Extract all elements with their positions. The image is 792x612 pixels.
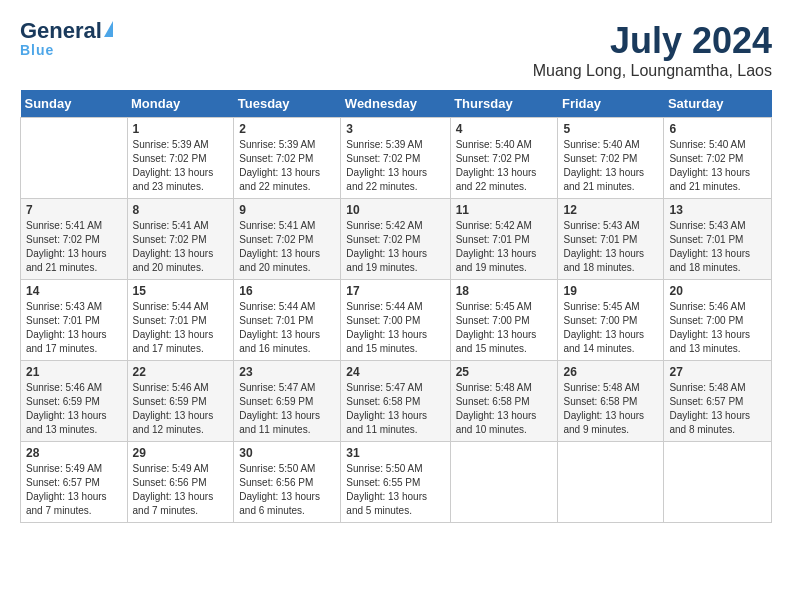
day-number: 17 bbox=[346, 284, 444, 298]
day-number: 6 bbox=[669, 122, 766, 136]
day-info: Sunrise: 5:49 AM Sunset: 6:56 PM Dayligh… bbox=[133, 462, 229, 518]
day-info: Sunrise: 5:44 AM Sunset: 7:01 PM Dayligh… bbox=[239, 300, 335, 356]
calendar-cell: 7Sunrise: 5:41 AM Sunset: 7:02 PM Daylig… bbox=[21, 199, 128, 280]
day-number: 27 bbox=[669, 365, 766, 379]
weekday-header-tuesday: Tuesday bbox=[234, 90, 341, 118]
calendar-cell bbox=[21, 118, 128, 199]
day-number: 29 bbox=[133, 446, 229, 460]
calendar-week-row: 7Sunrise: 5:41 AM Sunset: 7:02 PM Daylig… bbox=[21, 199, 772, 280]
calendar-cell: 23Sunrise: 5:47 AM Sunset: 6:59 PM Dayli… bbox=[234, 361, 341, 442]
calendar-cell: 18Sunrise: 5:45 AM Sunset: 7:00 PM Dayli… bbox=[450, 280, 558, 361]
calendar-week-row: 1Sunrise: 5:39 AM Sunset: 7:02 PM Daylig… bbox=[21, 118, 772, 199]
calendar-cell: 27Sunrise: 5:48 AM Sunset: 6:57 PM Dayli… bbox=[664, 361, 772, 442]
calendar-cell: 1Sunrise: 5:39 AM Sunset: 7:02 PM Daylig… bbox=[127, 118, 234, 199]
weekday-header-friday: Friday bbox=[558, 90, 664, 118]
day-number: 19 bbox=[563, 284, 658, 298]
day-number: 23 bbox=[239, 365, 335, 379]
day-info: Sunrise: 5:48 AM Sunset: 6:57 PM Dayligh… bbox=[669, 381, 766, 437]
day-info: Sunrise: 5:45 AM Sunset: 7:00 PM Dayligh… bbox=[456, 300, 553, 356]
day-info: Sunrise: 5:47 AM Sunset: 6:59 PM Dayligh… bbox=[239, 381, 335, 437]
day-number: 12 bbox=[563, 203, 658, 217]
calendar-cell: 21Sunrise: 5:46 AM Sunset: 6:59 PM Dayli… bbox=[21, 361, 128, 442]
page-header: General Blue July 2024 Muang Long, Loung… bbox=[20, 20, 772, 80]
day-info: Sunrise: 5:45 AM Sunset: 7:00 PM Dayligh… bbox=[563, 300, 658, 356]
calendar-cell bbox=[558, 442, 664, 523]
day-info: Sunrise: 5:41 AM Sunset: 7:02 PM Dayligh… bbox=[26, 219, 122, 275]
calendar-cell: 5Sunrise: 5:40 AM Sunset: 7:02 PM Daylig… bbox=[558, 118, 664, 199]
day-info: Sunrise: 5:46 AM Sunset: 6:59 PM Dayligh… bbox=[26, 381, 122, 437]
location-subtitle: Muang Long, Loungnamtha, Laos bbox=[533, 62, 772, 80]
day-number: 8 bbox=[133, 203, 229, 217]
calendar-cell: 31Sunrise: 5:50 AM Sunset: 6:55 PM Dayli… bbox=[341, 442, 450, 523]
day-number: 5 bbox=[563, 122, 658, 136]
day-number: 10 bbox=[346, 203, 444, 217]
day-info: Sunrise: 5:46 AM Sunset: 7:00 PM Dayligh… bbox=[669, 300, 766, 356]
calendar-cell: 3Sunrise: 5:39 AM Sunset: 7:02 PM Daylig… bbox=[341, 118, 450, 199]
weekday-header-monday: Monday bbox=[127, 90, 234, 118]
day-info: Sunrise: 5:44 AM Sunset: 7:00 PM Dayligh… bbox=[346, 300, 444, 356]
day-info: Sunrise: 5:42 AM Sunset: 7:02 PM Dayligh… bbox=[346, 219, 444, 275]
calendar-cell: 13Sunrise: 5:43 AM Sunset: 7:01 PM Dayli… bbox=[664, 199, 772, 280]
calendar-cell: 2Sunrise: 5:39 AM Sunset: 7:02 PM Daylig… bbox=[234, 118, 341, 199]
calendar-cell: 11Sunrise: 5:42 AM Sunset: 7:01 PM Dayli… bbox=[450, 199, 558, 280]
day-number: 18 bbox=[456, 284, 553, 298]
day-number: 9 bbox=[239, 203, 335, 217]
day-info: Sunrise: 5:39 AM Sunset: 7:02 PM Dayligh… bbox=[239, 138, 335, 194]
weekday-header-row: SundayMondayTuesdayWednesdayThursdayFrid… bbox=[21, 90, 772, 118]
month-year-title: July 2024 bbox=[533, 20, 772, 62]
calendar-cell: 12Sunrise: 5:43 AM Sunset: 7:01 PM Dayli… bbox=[558, 199, 664, 280]
day-info: Sunrise: 5:46 AM Sunset: 6:59 PM Dayligh… bbox=[133, 381, 229, 437]
day-info: Sunrise: 5:48 AM Sunset: 6:58 PM Dayligh… bbox=[563, 381, 658, 437]
logo-general: General bbox=[20, 20, 102, 42]
day-info: Sunrise: 5:44 AM Sunset: 7:01 PM Dayligh… bbox=[133, 300, 229, 356]
day-number: 26 bbox=[563, 365, 658, 379]
day-info: Sunrise: 5:41 AM Sunset: 7:02 PM Dayligh… bbox=[239, 219, 335, 275]
title-section: July 2024 Muang Long, Loungnamtha, Laos bbox=[533, 20, 772, 80]
day-info: Sunrise: 5:42 AM Sunset: 7:01 PM Dayligh… bbox=[456, 219, 553, 275]
weekday-header-saturday: Saturday bbox=[664, 90, 772, 118]
day-number: 1 bbox=[133, 122, 229, 136]
day-number: 13 bbox=[669, 203, 766, 217]
day-info: Sunrise: 5:40 AM Sunset: 7:02 PM Dayligh… bbox=[669, 138, 766, 194]
calendar-cell: 30Sunrise: 5:50 AM Sunset: 6:56 PM Dayli… bbox=[234, 442, 341, 523]
calendar-cell: 14Sunrise: 5:43 AM Sunset: 7:01 PM Dayli… bbox=[21, 280, 128, 361]
day-info: Sunrise: 5:50 AM Sunset: 6:55 PM Dayligh… bbox=[346, 462, 444, 518]
day-info: Sunrise: 5:43 AM Sunset: 7:01 PM Dayligh… bbox=[669, 219, 766, 275]
day-info: Sunrise: 5:47 AM Sunset: 6:58 PM Dayligh… bbox=[346, 381, 444, 437]
weekday-header-wednesday: Wednesday bbox=[341, 90, 450, 118]
day-info: Sunrise: 5:41 AM Sunset: 7:02 PM Dayligh… bbox=[133, 219, 229, 275]
calendar-cell: 25Sunrise: 5:48 AM Sunset: 6:58 PM Dayli… bbox=[450, 361, 558, 442]
calendar-cell: 16Sunrise: 5:44 AM Sunset: 7:01 PM Dayli… bbox=[234, 280, 341, 361]
calendar-cell: 26Sunrise: 5:48 AM Sunset: 6:58 PM Dayli… bbox=[558, 361, 664, 442]
calendar-cell: 28Sunrise: 5:49 AM Sunset: 6:57 PM Dayli… bbox=[21, 442, 128, 523]
calendar-cell: 20Sunrise: 5:46 AM Sunset: 7:00 PM Dayli… bbox=[664, 280, 772, 361]
day-number: 28 bbox=[26, 446, 122, 460]
weekday-header-thursday: Thursday bbox=[450, 90, 558, 118]
day-info: Sunrise: 5:49 AM Sunset: 6:57 PM Dayligh… bbox=[26, 462, 122, 518]
day-number: 21 bbox=[26, 365, 122, 379]
calendar-cell: 29Sunrise: 5:49 AM Sunset: 6:56 PM Dayli… bbox=[127, 442, 234, 523]
day-info: Sunrise: 5:39 AM Sunset: 7:02 PM Dayligh… bbox=[346, 138, 444, 194]
day-info: Sunrise: 5:48 AM Sunset: 6:58 PM Dayligh… bbox=[456, 381, 553, 437]
calendar-cell bbox=[664, 442, 772, 523]
day-info: Sunrise: 5:40 AM Sunset: 7:02 PM Dayligh… bbox=[563, 138, 658, 194]
day-info: Sunrise: 5:43 AM Sunset: 7:01 PM Dayligh… bbox=[563, 219, 658, 275]
calendar-cell: 24Sunrise: 5:47 AM Sunset: 6:58 PM Dayli… bbox=[341, 361, 450, 442]
day-info: Sunrise: 5:50 AM Sunset: 6:56 PM Dayligh… bbox=[239, 462, 335, 518]
day-info: Sunrise: 5:40 AM Sunset: 7:02 PM Dayligh… bbox=[456, 138, 553, 194]
day-number: 11 bbox=[456, 203, 553, 217]
weekday-header-sunday: Sunday bbox=[21, 90, 128, 118]
calendar-table: SundayMondayTuesdayWednesdayThursdayFrid… bbox=[20, 90, 772, 523]
calendar-cell: 6Sunrise: 5:40 AM Sunset: 7:02 PM Daylig… bbox=[664, 118, 772, 199]
calendar-cell: 22Sunrise: 5:46 AM Sunset: 6:59 PM Dayli… bbox=[127, 361, 234, 442]
day-info: Sunrise: 5:39 AM Sunset: 7:02 PM Dayligh… bbox=[133, 138, 229, 194]
day-number: 7 bbox=[26, 203, 122, 217]
day-number: 31 bbox=[346, 446, 444, 460]
calendar-week-row: 28Sunrise: 5:49 AM Sunset: 6:57 PM Dayli… bbox=[21, 442, 772, 523]
day-number: 4 bbox=[456, 122, 553, 136]
day-info: Sunrise: 5:43 AM Sunset: 7:01 PM Dayligh… bbox=[26, 300, 122, 356]
day-number: 20 bbox=[669, 284, 766, 298]
calendar-cell: 15Sunrise: 5:44 AM Sunset: 7:01 PM Dayli… bbox=[127, 280, 234, 361]
calendar-cell: 4Sunrise: 5:40 AM Sunset: 7:02 PM Daylig… bbox=[450, 118, 558, 199]
day-number: 30 bbox=[239, 446, 335, 460]
